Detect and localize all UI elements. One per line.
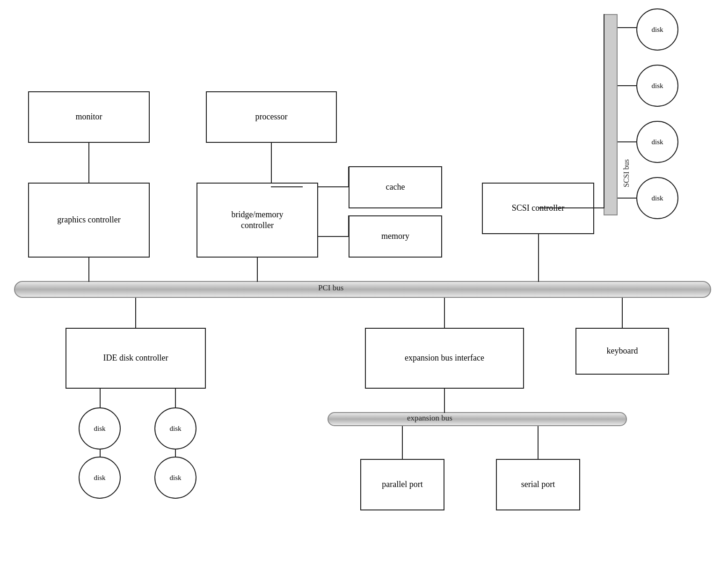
ide-disk-3: disk	[79, 457, 121, 499]
line-bus-parallel	[402, 426, 403, 460]
line-ide-disk2	[175, 389, 176, 408]
line-bus-serial	[538, 426, 539, 460]
graphics-controller-box: graphics controller	[28, 183, 150, 258]
ide-disk-1: disk	[79, 407, 121, 450]
serial-port-box: serial port	[496, 459, 580, 510]
diagram: SCSI bus disk disk disk disk monitor pro…	[0, 0, 728, 561]
scsi-disk-3: disk	[636, 121, 678, 163]
line-exp-interface-bus	[444, 389, 445, 413]
line-keyboard-pci	[622, 298, 623, 329]
scsi-bus-vertical	[604, 14, 618, 215]
memory-box: memory	[349, 215, 442, 258]
line-scsi-vert-conn	[604, 14, 604, 208]
line-exp-pci	[444, 298, 445, 329]
line-bridge-cache	[318, 186, 349, 187]
pci-bus-label: PCI bus	[318, 283, 343, 293]
line-vert-memory	[348, 215, 349, 237]
line-monitor-graphics	[88, 143, 89, 184]
scsi-controller-box: SCSI controller	[482, 183, 594, 234]
scsi-disk-2: disk	[636, 65, 678, 107]
line-bridge-memory	[318, 236, 349, 237]
line-scsi-disk3	[618, 141, 637, 142]
line-proc-bridge-horiz	[271, 186, 303, 187]
line-bridge-pci	[257, 258, 258, 282]
scsi-bus-label: SCSI bus	[622, 37, 631, 187]
line-scsi-pci	[538, 234, 539, 282]
cache-box: cache	[349, 166, 442, 208]
ide-disk-controller-box: IDE disk controller	[66, 328, 206, 389]
line-ide-disk1	[100, 389, 101, 408]
scsi-disk-4: disk	[636, 177, 678, 219]
line-ide-disk4	[175, 450, 176, 457]
ide-disk-2: disk	[154, 407, 197, 450]
processor-box: processor	[206, 91, 337, 143]
expansion-bus-interface-box: expansion bus interface	[365, 328, 524, 389]
scsi-disk-1: disk	[636, 8, 678, 51]
expansion-bus	[328, 412, 627, 426]
line-scsi-disk2	[618, 85, 637, 86]
parallel-port-box: parallel port	[360, 459, 444, 510]
line-ide-disk3	[100, 450, 101, 457]
keyboard-box: keyboard	[575, 328, 669, 375]
line-scsi-disk4	[618, 198, 637, 199]
line-scsi-ctrl-bus	[538, 207, 604, 208]
ide-disk-4: disk	[154, 457, 197, 499]
pci-bus	[14, 281, 711, 298]
line-graphics-pci	[88, 258, 89, 282]
line-processor-bridge	[271, 143, 272, 184]
line-vert-cache	[348, 167, 349, 187]
expansion-bus-label: expansion bus	[407, 413, 452, 423]
line-ide-pci	[135, 298, 136, 329]
line-scsi-disk1	[618, 27, 637, 28]
monitor-box: monitor	[28, 91, 150, 143]
bridge-memory-controller-box: bridge/memory controller	[197, 183, 318, 258]
